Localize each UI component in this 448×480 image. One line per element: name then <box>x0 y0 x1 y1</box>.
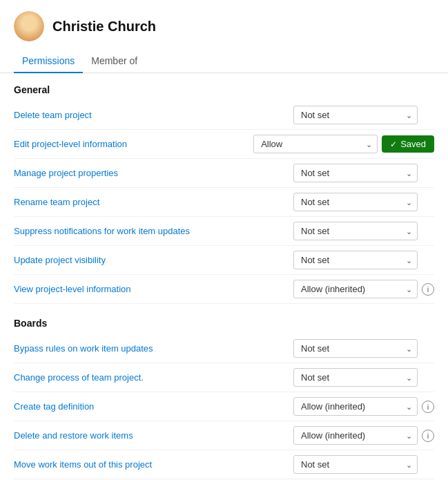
permission-label-delete-restore[interactable]: Delete and restore work items <box>14 430 288 441</box>
select-view-project-level[interactable]: Not set Allow Deny Allow (inherited) <box>293 280 418 298</box>
select-wrapper: Not set Allow Deny Allow (inherited) ⌄ <box>293 455 418 474</box>
permission-label-change-process[interactable]: Change process of team project. <box>14 372 288 383</box>
permission-label-move-work-items[interactable]: Move work items out of this project <box>14 459 288 470</box>
select-create-tag[interactable]: Not set Allow Deny Allow (inherited) <box>293 397 418 416</box>
permission-label-bypass-rules[interactable]: Bypass rules on work item updates <box>14 343 288 354</box>
select-wrapper: Not set Allow Deny Allow (inherited) ⌄ <box>293 193 418 211</box>
permission-label-rename-team-project[interactable]: Rename team project <box>14 197 288 207</box>
row-right: Not set Allow Deny Allow (inherited) ⌄ <box>293 222 434 240</box>
section-boards: Boards Bypass rules on work item updates… <box>14 318 434 480</box>
info-icon[interactable]: i <box>422 401 434 413</box>
permission-row-manage-project-props: Manage project properties Not set Allow … <box>14 159 434 188</box>
select-delete-team-project[interactable]: Not set Allow Deny Allow (inherited) <box>293 106 418 124</box>
tab-permissions[interactable]: Permissions <box>14 50 83 73</box>
select-wrapper: Not set Allow Deny Allow (inherited) ⌄ <box>293 426 418 445</box>
permission-row-move-work-items: Move work items out of this project Not … <box>14 450 434 479</box>
row-right: Not set Allow Deny Allow (inherited) ⌄ <box>293 193 434 211</box>
info-icon[interactable]: i <box>422 430 434 442</box>
select-wrapper: Not set Allow Deny Allow (inherited) ⌄ <box>293 106 418 124</box>
select-move-work-items[interactable]: Not set Allow Deny Allow (inherited) <box>293 455 418 474</box>
permission-label-suppress-notifications[interactable]: Suppress notifications for work item upd… <box>14 226 288 236</box>
row-right: Not set Allow Deny Allow (inherited) ⌄ i <box>293 426 434 445</box>
info-placeholder <box>422 343 434 355</box>
row-right: Not set Allow Deny Allow (inherited) ⌄ <box>293 339 434 358</box>
select-bypass-rules[interactable]: Not set Allow Deny Allow (inherited) <box>293 339 418 358</box>
permission-row-edit-project-level: Edit project-level information Not set A… <box>14 130 434 159</box>
permission-row-rename-team-project: Rename team project Not set Allow Deny A… <box>14 188 434 217</box>
check-icon: ✓ <box>390 140 397 149</box>
select-delete-restore[interactable]: Not set Allow Deny Allow (inherited) <box>293 426 418 445</box>
row-right: Not set Allow Deny Allow (inherited) ⌄ <box>293 455 434 474</box>
select-wrapper: Not set Allow Deny Allow (inherited) ⌄ <box>293 251 418 269</box>
permission-row-change-process: Change process of team project. Not set … <box>14 363 434 392</box>
permission-row-create-tag: Create tag definition Not set Allow Deny… <box>14 392 434 421</box>
permission-row-delete-restore: Delete and restore work items Not set Al… <box>14 421 434 450</box>
info-placeholder <box>422 196 434 209</box>
select-wrapper: Not set Allow Deny Allow (inherited) ⌄ <box>293 368 418 387</box>
select-suppress-notifications[interactable]: Not set Allow Deny Allow (inherited) <box>293 222 418 240</box>
permission-row-update-project-visibility: Update project visibility Not set Allow … <box>14 246 434 275</box>
user-name: Christie Church <box>52 19 156 35</box>
row-right: Not set Allow Deny Allow (inherited) ⌄ ✓… <box>253 135 434 153</box>
select-wrapper: Not set Allow Deny Allow (inherited) ⌄ <box>293 164 418 182</box>
info-placeholder <box>422 254 434 267</box>
page-header: Christie Church <box>0 0 448 41</box>
info-placeholder <box>422 109 434 122</box>
select-wrapper: Not set Allow Deny Allow (inherited) ⌄ <box>253 135 378 153</box>
info-placeholder <box>422 225 434 238</box>
saved-badge: ✓ Saved <box>382 135 434 153</box>
row-right: Not set Allow Deny Allow (inherited) ⌄ <box>293 164 434 182</box>
info-placeholder <box>422 372 434 384</box>
row-right: Not set Allow Deny Allow (inherited) ⌄ <box>293 251 434 269</box>
section-boards-title: Boards <box>14 318 434 329</box>
select-rename-team-project[interactable]: Not set Allow Deny Allow (inherited) <box>293 193 418 211</box>
permission-label-edit-project-level[interactable]: Edit project-level information <box>14 139 248 149</box>
select-wrapper: Not set Allow Deny Allow (inherited) ⌄ <box>293 339 418 358</box>
row-right: Not set Allow Deny Allow (inherited) ⌄ <box>293 368 434 387</box>
info-icon[interactable]: i <box>422 283 434 296</box>
saved-label: Saved <box>400 139 426 149</box>
main-content: General Delete team project Not set Allo… <box>0 73 448 480</box>
select-manage-project-props[interactable]: Not set Allow Deny Allow (inherited) <box>293 164 418 182</box>
permission-label-update-project-visibility[interactable]: Update project visibility <box>14 255 288 265</box>
info-placeholder <box>422 167 434 180</box>
section-general-title: General <box>14 84 434 95</box>
avatar <box>14 11 44 41</box>
tab-bar: Permissions Member of <box>0 50 448 73</box>
permission-row-view-project-level: View project-level information Not set A… <box>14 275 434 304</box>
permission-label-create-tag[interactable]: Create tag definition <box>14 401 288 412</box>
section-general: General Delete team project Not set Allo… <box>14 84 434 304</box>
select-wrapper: Not set Allow Deny Allow (inherited) ⌄ <box>293 280 418 298</box>
permission-label-delete-team-project[interactable]: Delete team project <box>14 110 288 120</box>
permission-row-delete-team-project: Delete team project Not set Allow Deny A… <box>14 101 434 130</box>
permission-row-bypass-rules: Bypass rules on work item updates Not se… <box>14 334 434 363</box>
select-wrapper: Not set Allow Deny Allow (inherited) ⌄ <box>293 222 418 240</box>
select-update-project-visibility[interactable]: Not set Allow Deny Allow (inherited) <box>293 251 418 269</box>
info-placeholder <box>422 459 434 471</box>
select-wrapper: Not set Allow Deny Allow (inherited) ⌄ <box>293 397 418 416</box>
row-right: Not set Allow Deny Allow (inherited) ⌄ i <box>293 397 434 416</box>
select-change-process[interactable]: Not set Allow Deny Allow (inherited) <box>293 368 418 387</box>
permission-label-view-project-level[interactable]: View project-level information <box>14 284 288 294</box>
permission-label-manage-project-props[interactable]: Manage project properties <box>14 168 288 178</box>
row-right: Not set Allow Deny Allow (inherited) ⌄ <box>293 106 434 124</box>
row-right: Not set Allow Deny Allow (inherited) ⌄ i <box>293 280 434 298</box>
select-edit-project-level[interactable]: Not set Allow Deny Allow (inherited) <box>253 135 378 153</box>
tab-member-of[interactable]: Member of <box>83 50 146 73</box>
permission-row-suppress-notifications: Suppress notifications for work item upd… <box>14 217 434 246</box>
